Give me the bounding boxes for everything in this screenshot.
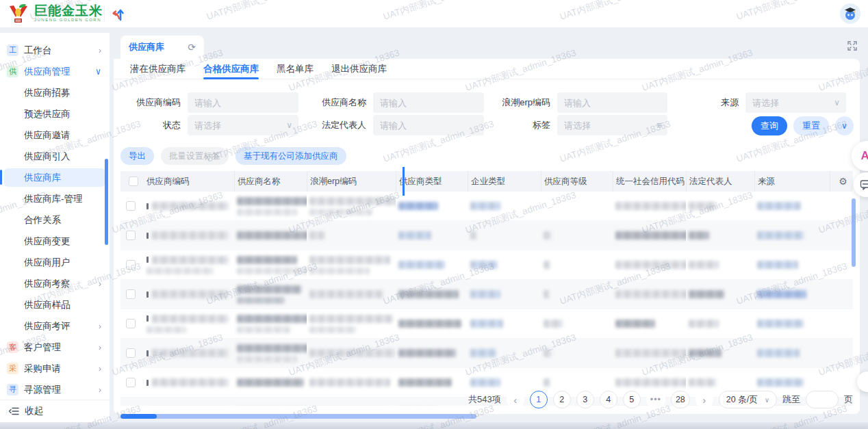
- table-row[interactable]: [120, 250, 853, 280]
- col-supplier-code[interactable]: 供应商编码: [144, 171, 234, 192]
- sidebar-item-cooperation[interactable]: 合作关系: [0, 209, 110, 231]
- search-button[interactable]: 查询: [752, 116, 787, 135]
- collapse-label: 收起: [25, 405, 43, 417]
- app-root: 巨能金玉米 JUNENG GOLDEN CORN 工: [0, 0, 868, 429]
- select-all-checkbox[interactable]: [129, 177, 138, 186]
- redacted-cell: [144, 339, 234, 367]
- redacted-cell: [468, 280, 541, 309]
- col-supplier-grade[interactable]: 供应商等级: [541, 171, 613, 192]
- redacted-cell: [234, 339, 307, 367]
- sidebar-item-workbench[interactable]: 工 工作台 ›: [0, 40, 110, 61]
- export-button[interactable]: 导出: [120, 147, 154, 165]
- supplier-code-input[interactable]: [188, 92, 298, 113]
- page-button-2[interactable]: 2: [553, 391, 571, 408]
- subtab-blacklist[interactable]: 黑名单库: [277, 59, 314, 79]
- table-row[interactable]: [120, 280, 853, 309]
- sidebar-item-customer-mgmt[interactable]: 客 客户管理 ›: [0, 337, 110, 358]
- row-checkbox[interactable]: [126, 289, 136, 299]
- subtab-qualified[interactable]: 合格供应商库: [203, 59, 259, 79]
- table-row[interactable]: [120, 192, 853, 221]
- sidebar-item-supplier-invite[interactable]: 供应商邀请: [0, 125, 110, 146]
- col-erp-code[interactable]: 浪潮erp编码: [307, 171, 396, 192]
- prev-page-button[interactable]: ‹: [507, 391, 524, 408]
- page-button-5[interactable]: 5: [623, 391, 641, 408]
- row-checkbox[interactable]: [126, 201, 136, 211]
- subtab-exited[interactable]: 退出供应商库: [331, 59, 387, 79]
- table-vertical-scrollbar[interactable]: [852, 198, 856, 267]
- next-page-button[interactable]: ›: [695, 391, 713, 408]
- legal-rep-field[interactable]: [373, 115, 484, 135]
- table-header-row: 供应商编码 供应商名称 浪潮erp编码 供应商类型 企业类型 供应商等级 统一社…: [120, 171, 853, 192]
- tags-select-input[interactable]: [557, 115, 667, 135]
- page-button-28[interactable]: 28: [671, 391, 690, 408]
- add-from-company-button[interactable]: 基于现有公司添加供应商: [235, 147, 346, 165]
- redacted-cell: [541, 280, 613, 309]
- row-checkbox[interactable]: [126, 378, 136, 387]
- sidebar-scrollbar[interactable]: [105, 159, 108, 245]
- col-source[interactable]: 来源: [754, 171, 830, 192]
- sidebar-item-supplier-library[interactable]: 供应商库: [0, 167, 110, 188]
- table-row[interactable]: [120, 339, 853, 368]
- erp-code-field[interactable]: [557, 92, 667, 113]
- source-select[interactable]: ∨: [745, 92, 846, 113]
- expand-filters-button[interactable]: ∨: [835, 116, 854, 135]
- jump-page-input[interactable]: [806, 391, 839, 408]
- row-checkbox[interactable]: [126, 260, 136, 270]
- status-select[interactable]: ∨: [188, 115, 298, 135]
- redacted-cell: [830, 309, 853, 338]
- supplier-code-field[interactable]: [188, 92, 298, 113]
- status-select-input[interactable]: [188, 115, 298, 135]
- row-checkbox[interactable]: [126, 231, 136, 240]
- sidebar-item-purchase-request[interactable]: 采 采购申请 ›: [0, 358, 110, 379]
- sidebar-item-supplier-intro[interactable]: 供应商引入: [0, 146, 110, 167]
- assistant-mascot-button[interactable]: [840, 3, 860, 24]
- col-supplier-type[interactable]: 供应商类型: [396, 171, 468, 192]
- fullscreen-icon[interactable]: [847, 41, 857, 51]
- table-horizontal-scrollbar-thumb[interactable]: [120, 414, 157, 419]
- table-horizontal-scrollbar-track[interactable]: [155, 414, 476, 419]
- tags-select[interactable]: ≡: [557, 115, 667, 135]
- row-checkbox[interactable]: [126, 319, 136, 328]
- row-checkbox[interactable]: [126, 348, 136, 358]
- tab-supplier-library[interactable]: 供应商库 ⟳: [120, 36, 204, 59]
- subtab-potential[interactable]: 潜在供应商库: [130, 59, 186, 79]
- page-button-4[interactable]: 4: [600, 391, 617, 408]
- pagination-ellipsis[interactable]: •••: [646, 391, 665, 408]
- page-size-select[interactable]: 20 条/页 ∨: [719, 391, 777, 408]
- table-row[interactable]: [120, 309, 853, 339]
- sidebar-item-supplier-review[interactable]: 供应商考评 ›: [0, 315, 110, 337]
- nav-arrows-icon[interactable]: [110, 5, 127, 23]
- redacted-cell: [396, 221, 468, 250]
- source-select-input[interactable]: [745, 92, 846, 113]
- sidebar-collapse-button[interactable]: 收起: [0, 400, 110, 422]
- supplier-name-field[interactable]: [373, 92, 484, 113]
- sidebar-item-supplier-library-mgmt[interactable]: 供应商库-管理: [0, 188, 110, 209]
- sidebar-item-supplier-samples[interactable]: 供应商样品: [0, 294, 110, 315]
- table-row[interactable]: [120, 221, 853, 250]
- filter-label-supplier-name: 供应商名称: [311, 96, 373, 109]
- supplier-name-input[interactable]: [373, 92, 484, 113]
- reset-button[interactable]: 重置: [793, 116, 829, 135]
- gear-icon[interactable]: ⚙: [839, 176, 847, 187]
- sidebar-item-supplier-change[interactable]: 供应商变更: [0, 231, 110, 252]
- col-enterprise-type[interactable]: 企业类型: [468, 171, 541, 192]
- sidebar-item-sourcing-mgmt[interactable]: 寻 寻源管理 ›: [0, 379, 110, 395]
- legal-rep-input[interactable]: [373, 115, 484, 135]
- sidebar-item-supplier-users[interactable]: 供应商用户: [0, 252, 110, 273]
- col-settings: ⚙: [830, 171, 853, 192]
- col-legal-rep[interactable]: 法定代表人: [686, 171, 754, 192]
- refresh-icon[interactable]: ⟳: [188, 42, 196, 53]
- page-button-1[interactable]: 1: [530, 391, 548, 408]
- sidebar-item-supplier-inspect[interactable]: 供应商考察 ›: [0, 273, 110, 294]
- page-tabbar: 供应商库 ⟳: [114, 33, 868, 59]
- col-supplier-name[interactable]: 供应商名称: [234, 171, 307, 192]
- redacted-cell: [613, 309, 686, 338]
- redacted-cell: [613, 280, 686, 309]
- col-uscc[interactable]: 统一社会信用代码: [613, 171, 686, 192]
- erp-code-input[interactable]: [557, 92, 667, 113]
- page-button-3[interactable]: 3: [576, 391, 594, 408]
- filter-panel: 供应商编码 供应商名称 浪潮erp编码 来源: [114, 79, 860, 146]
- sidebar-item-preselect-supplier[interactable]: 预选供应商: [0, 103, 110, 125]
- sidebar-item-supplier-mgmt[interactable]: 供 供应商管理 ∨: [0, 61, 110, 82]
- sidebar-item-supplier-recruit[interactable]: 供应商招募: [0, 82, 110, 103]
